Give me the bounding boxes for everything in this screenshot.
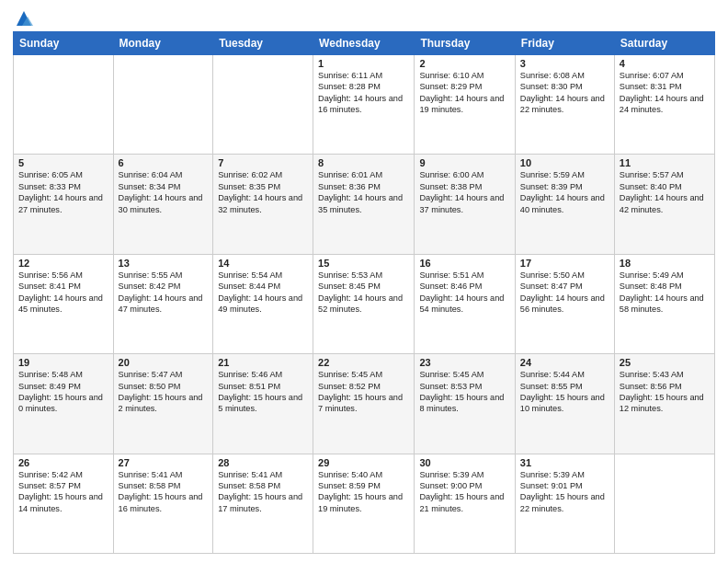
day-info: Sunrise: 5:41 AM Sunset: 8:58 PM Dayligh… (218, 469, 308, 515)
day-info: Sunrise: 5:46 AM Sunset: 8:51 PM Dayligh… (218, 369, 308, 415)
day-info: Sunrise: 6:01 AM Sunset: 8:36 PM Dayligh… (318, 169, 409, 215)
calendar-cell: 23Sunrise: 5:45 AM Sunset: 8:53 PM Dayli… (415, 354, 515, 454)
day-info: Sunrise: 5:39 AM Sunset: 9:00 PM Dayligh… (419, 469, 509, 515)
calendar-cell: 11Sunrise: 5:57 AM Sunset: 8:40 PM Dayli… (614, 155, 714, 254)
weekday-header-sunday: Sunday (14, 32, 114, 55)
calendar-cell: 4Sunrise: 6:07 AM Sunset: 8:31 PM Daylig… (614, 55, 714, 155)
day-info: Sunrise: 6:10 AM Sunset: 8:29 PM Dayligh… (419, 70, 509, 116)
day-number: 30 (419, 457, 509, 468)
day-info: Sunrise: 5:45 AM Sunset: 8:52 PM Dayligh… (318, 369, 409, 415)
day-number: 28 (218, 457, 308, 468)
calendar-cell: 10Sunrise: 5:59 AM Sunset: 8:39 PM Dayli… (515, 155, 614, 254)
calendar-cell: 27Sunrise: 5:41 AM Sunset: 8:58 PM Dayli… (113, 454, 213, 553)
calendar-week-1: 1Sunrise: 6:11 AM Sunset: 8:28 PM Daylig… (14, 55, 715, 155)
day-info: Sunrise: 5:39 AM Sunset: 9:01 PM Dayligh… (520, 469, 609, 515)
calendar-table: SundayMondayTuesdayWednesdayThursdayFrid… (13, 31, 715, 554)
day-number: 1 (318, 58, 409, 69)
calendar-cell: 8Sunrise: 6:01 AM Sunset: 8:36 PM Daylig… (313, 155, 415, 254)
calendar-cell: 12Sunrise: 5:56 AM Sunset: 8:41 PM Dayli… (14, 254, 114, 353)
day-number: 5 (18, 157, 108, 168)
day-info: Sunrise: 5:57 AM Sunset: 8:40 PM Dayligh… (620, 169, 710, 215)
day-number: 6 (119, 157, 209, 168)
day-number: 3 (520, 58, 609, 69)
day-info: Sunrise: 5:50 AM Sunset: 8:47 PM Dayligh… (520, 270, 609, 316)
calendar-cell: 16Sunrise: 5:51 AM Sunset: 8:46 PM Dayli… (415, 254, 515, 353)
calendar-cell: 15Sunrise: 5:53 AM Sunset: 8:45 PM Dayli… (313, 254, 415, 353)
calendar-cell: 14Sunrise: 5:54 AM Sunset: 8:44 PM Dayli… (213, 254, 313, 353)
day-number: 15 (318, 258, 409, 269)
day-number: 13 (119, 258, 209, 269)
day-info: Sunrise: 5:56 AM Sunset: 8:41 PM Dayligh… (18, 270, 108, 316)
calendar-cell: 21Sunrise: 5:46 AM Sunset: 8:51 PM Dayli… (213, 354, 313, 454)
day-info: Sunrise: 6:02 AM Sunset: 8:35 PM Dayligh… (218, 169, 308, 215)
calendar-cell: 3Sunrise: 6:08 AM Sunset: 8:30 PM Daylig… (515, 55, 614, 155)
calendar-cell: 13Sunrise: 5:55 AM Sunset: 8:42 PM Dayli… (113, 254, 213, 353)
day-info: Sunrise: 5:59 AM Sunset: 8:39 PM Dayligh… (520, 169, 609, 215)
day-number: 29 (318, 457, 409, 468)
day-info: Sunrise: 5:42 AM Sunset: 8:57 PM Dayligh… (18, 469, 108, 515)
calendar-cell: 5Sunrise: 6:05 AM Sunset: 8:33 PM Daylig… (14, 155, 114, 254)
day-info: Sunrise: 5:47 AM Sunset: 8:50 PM Dayligh… (119, 369, 209, 415)
day-info: Sunrise: 5:54 AM Sunset: 8:44 PM Dayligh… (218, 270, 308, 316)
calendar-cell: 29Sunrise: 5:40 AM Sunset: 8:59 PM Dayli… (313, 454, 415, 553)
day-info: Sunrise: 5:45 AM Sunset: 8:53 PM Dayligh… (419, 369, 509, 415)
logo (13, 9, 33, 24)
calendar-cell: 1Sunrise: 6:11 AM Sunset: 8:28 PM Daylig… (313, 55, 415, 155)
calendar-cell: 17Sunrise: 5:50 AM Sunset: 8:47 PM Dayli… (515, 254, 614, 353)
day-info: Sunrise: 5:55 AM Sunset: 8:42 PM Dayligh… (119, 270, 209, 316)
calendar-cell (113, 55, 213, 155)
weekday-header-row: SundayMondayTuesdayWednesdayThursdayFrid… (14, 32, 715, 55)
day-info: Sunrise: 5:44 AM Sunset: 8:55 PM Dayligh… (520, 369, 609, 415)
day-info: Sunrise: 5:48 AM Sunset: 8:49 PM Dayligh… (18, 369, 108, 415)
day-info: Sunrise: 5:43 AM Sunset: 8:56 PM Dayligh… (620, 369, 710, 415)
day-number: 2 (419, 58, 509, 69)
day-number: 20 (119, 357, 209, 368)
day-info: Sunrise: 6:00 AM Sunset: 8:38 PM Dayligh… (419, 169, 509, 215)
day-number: 24 (520, 357, 609, 368)
calendar-cell: 28Sunrise: 5:41 AM Sunset: 8:58 PM Dayli… (213, 454, 313, 553)
day-number: 16 (419, 258, 509, 269)
calendar-week-3: 12Sunrise: 5:56 AM Sunset: 8:41 PM Dayli… (14, 254, 715, 353)
calendar-cell: 18Sunrise: 5:49 AM Sunset: 8:48 PM Dayli… (614, 254, 714, 353)
day-info: Sunrise: 6:04 AM Sunset: 8:34 PM Dayligh… (119, 169, 209, 215)
weekday-header-friday: Friday (515, 32, 614, 55)
day-number: 12 (18, 258, 108, 269)
weekday-header-tuesday: Tuesday (213, 32, 313, 55)
calendar-week-5: 26Sunrise: 5:42 AM Sunset: 8:57 PM Dayli… (14, 454, 715, 553)
logo-icon (15, 9, 33, 28)
day-number: 4 (620, 58, 710, 69)
day-number: 8 (318, 157, 409, 168)
calendar-cell: 7Sunrise: 6:02 AM Sunset: 8:35 PM Daylig… (213, 155, 313, 254)
day-number: 23 (419, 357, 509, 368)
calendar-week-4: 19Sunrise: 5:48 AM Sunset: 8:49 PM Dayli… (14, 354, 715, 454)
day-info: Sunrise: 5:53 AM Sunset: 8:45 PM Dayligh… (318, 270, 409, 316)
day-info: Sunrise: 6:05 AM Sunset: 8:33 PM Dayligh… (18, 169, 108, 215)
calendar-cell: 9Sunrise: 6:00 AM Sunset: 8:38 PM Daylig… (415, 155, 515, 254)
calendar-cell: 25Sunrise: 5:43 AM Sunset: 8:56 PM Dayli… (614, 354, 714, 454)
calendar-cell: 22Sunrise: 5:45 AM Sunset: 8:52 PM Dayli… (313, 354, 415, 454)
day-number: 11 (620, 157, 710, 168)
calendar-cell: 2Sunrise: 6:10 AM Sunset: 8:29 PM Daylig… (415, 55, 515, 155)
calendar-cell: 26Sunrise: 5:42 AM Sunset: 8:57 PM Dayli… (14, 454, 114, 553)
weekday-header-monday: Monday (113, 32, 213, 55)
day-info: Sunrise: 5:41 AM Sunset: 8:58 PM Dayligh… (119, 469, 209, 515)
calendar-cell (14, 55, 114, 155)
calendar-cell: 24Sunrise: 5:44 AM Sunset: 8:55 PM Dayli… (515, 354, 614, 454)
calendar-cell: 20Sunrise: 5:47 AM Sunset: 8:50 PM Dayli… (113, 354, 213, 454)
day-info: Sunrise: 6:08 AM Sunset: 8:30 PM Dayligh… (520, 70, 609, 116)
calendar-page: SundayMondayTuesdayWednesdayThursdayFrid… (0, 0, 728, 563)
day-info: Sunrise: 5:40 AM Sunset: 8:59 PM Dayligh… (318, 469, 409, 515)
header (13, 9, 715, 24)
calendar-cell: 19Sunrise: 5:48 AM Sunset: 8:49 PM Dayli… (14, 354, 114, 454)
calendar-cell: 6Sunrise: 6:04 AM Sunset: 8:34 PM Daylig… (113, 155, 213, 254)
day-number: 27 (119, 457, 209, 468)
day-number: 26 (18, 457, 108, 468)
calendar-cell: 31Sunrise: 5:39 AM Sunset: 9:01 PM Dayli… (515, 454, 614, 553)
weekday-header-thursday: Thursday (415, 32, 515, 55)
calendar-week-2: 5Sunrise: 6:05 AM Sunset: 8:33 PM Daylig… (14, 155, 715, 254)
day-info: Sunrise: 6:11 AM Sunset: 8:28 PM Dayligh… (318, 70, 409, 116)
day-number: 7 (218, 157, 308, 168)
weekday-header-wednesday: Wednesday (313, 32, 415, 55)
day-number: 9 (419, 157, 509, 168)
day-number: 25 (620, 357, 710, 368)
